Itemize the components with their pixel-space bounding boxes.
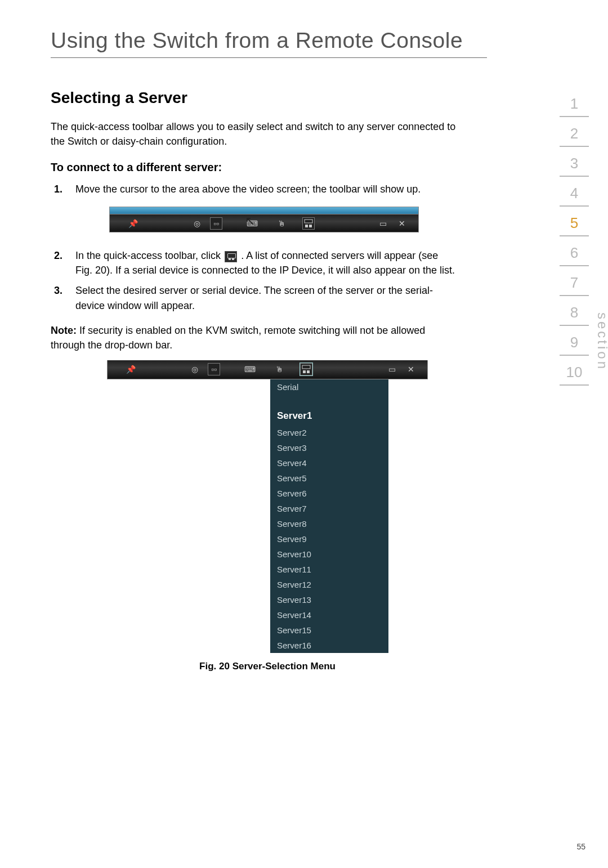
step-text: Select the desired server or serial devi… [75,285,433,311]
target-icon[interactable]: ◎ [189,363,201,375]
target-icon[interactable]: ◎ [191,217,203,230]
section-label: section [594,312,608,371]
dropdown-item[interactable]: Server12 [270,577,388,592]
window-titlebar [109,207,419,214]
dropdown-item[interactable]: Server3 [270,440,388,455]
dropdown-item[interactable]: Server11 [270,562,388,577]
quick-access-toolbar: ↖ 📌 ◎ ▫▫ ⌨ 🖱 ▭ ✕ [109,214,419,232]
section-nav-item[interactable]: 6 [560,236,589,266]
minimize-icon[interactable]: ▭ [386,363,398,375]
svg-rect-1 [305,225,308,227]
note-label: Note: [51,325,77,336]
svg-rect-4 [303,370,306,373]
dropdown-item[interactable]: Server6 [270,486,388,501]
content-column: Selecting a Server The quick-access tool… [51,89,456,672]
page-title: Using the Switch from a Remote Console [51,28,585,53]
step-number: 3. [54,283,62,298]
dropdown-item-current[interactable]: Server1 [270,405,388,425]
dropdown-separator [270,395,388,405]
dropdown-item[interactable]: Server8 [270,516,388,531]
minimize-icon[interactable]: ▭ [377,217,389,230]
mouse-icon[interactable]: 🖱 [273,363,285,375]
steps-list: 1. Move the cursor to the area above the… [51,182,456,312]
figure-toolbar: ↖ 📌 ◎ ▫▫ ⌨ 🖱 ▭ ✕ [109,207,456,232]
dropdown-item[interactable]: Server2 [270,425,388,440]
section-nav: 1 2 3 4 5 6 7 8 9 10 [560,87,589,386]
dropdown-item[interactable]: Server16 [270,638,388,653]
section-nav-item[interactable]: 1 [560,87,589,117]
dropdown-item[interactable]: Server7 [270,501,388,516]
section-nav-item[interactable]: 8 [560,296,589,326]
dropdown-item[interactable]: Server4 [270,455,388,471]
server-dropdown: Serial Server1 Server2 Server3 Server4 S… [270,379,388,653]
step-text: Move the cursor to the area above the vi… [75,184,421,195]
section-nav-item-active[interactable]: 5 [560,207,589,236]
figure-server-menu: 📌 ◎ ▫▫ ⌨ 🖱 ▭ ✕ Serial Server1 Server2 Se… [107,360,428,653]
dropdown-item[interactable]: Server15 [270,623,388,638]
svg-rect-2 [309,225,312,227]
close-icon[interactable]: ✕ [396,217,408,230]
note-text: If security is enabled on the KVM switch… [51,325,425,351]
step-2: 2. In the quick-access toolbar, click . … [51,248,456,278]
video-settings-icon[interactable]: ▫▫ [210,217,222,230]
mouse-icon[interactable]: 🖱 [275,217,288,230]
dropdown-item-serial[interactable]: Serial [270,379,388,395]
figure-caption: Fig. 20 Server-Selection Menu [101,661,433,672]
step-number: 2. [54,248,62,263]
section-heading: Selecting a Server [51,89,456,107]
section-nav-item[interactable]: 10 [560,356,589,386]
svg-rect-3 [302,365,310,369]
close-icon[interactable]: ✕ [405,363,417,375]
video-settings-icon[interactable]: ▫▫ [208,363,220,375]
page-number: 55 [576,842,585,851]
note-paragraph: Note: If security is enabled on the KVM … [51,323,456,352]
dropdown-item[interactable]: Server10 [270,547,388,562]
step-text-a: In the quick-access toolbar, click [75,250,223,261]
server-list-icon[interactable] [300,363,312,375]
pin-icon[interactable]: 📌 [127,217,139,230]
title-rule [51,57,487,58]
subheading: To connect to a different server: [51,161,456,174]
step-number: 1. [54,182,62,196]
dropdown-item[interactable]: Server13 [270,592,388,607]
step-3: 3. Select the desired server or serial d… [51,283,456,312]
dropdown-item[interactable]: Server9 [270,531,388,547]
intro-paragraph: The quick-access toolbar allows you to e… [51,119,456,149]
pin-icon[interactable]: 📌 [124,363,137,375]
svg-rect-0 [305,220,312,223]
server-list-icon[interactable] [302,217,315,230]
svg-rect-5 [307,370,310,373]
section-nav-item[interactable]: 9 [560,326,589,356]
cursor-icon: ↖ [245,212,255,230]
step-1: 1. Move the cursor to the area above the… [51,182,456,232]
quick-access-toolbar: 📌 ◎ ▫▫ ⌨ 🖱 ▭ ✕ [107,360,428,379]
section-nav-item[interactable]: 3 [560,147,589,177]
server-list-icon [225,251,237,262]
section-nav-item[interactable]: 2 [560,117,589,147]
dropdown-item[interactable]: Server5 [270,471,388,486]
keyboard-icon[interactable]: ⌨ [244,363,256,375]
section-nav-item[interactable]: 7 [560,266,589,296]
section-nav-item[interactable]: 4 [560,177,589,207]
dropdown-item[interactable]: Server14 [270,607,388,623]
